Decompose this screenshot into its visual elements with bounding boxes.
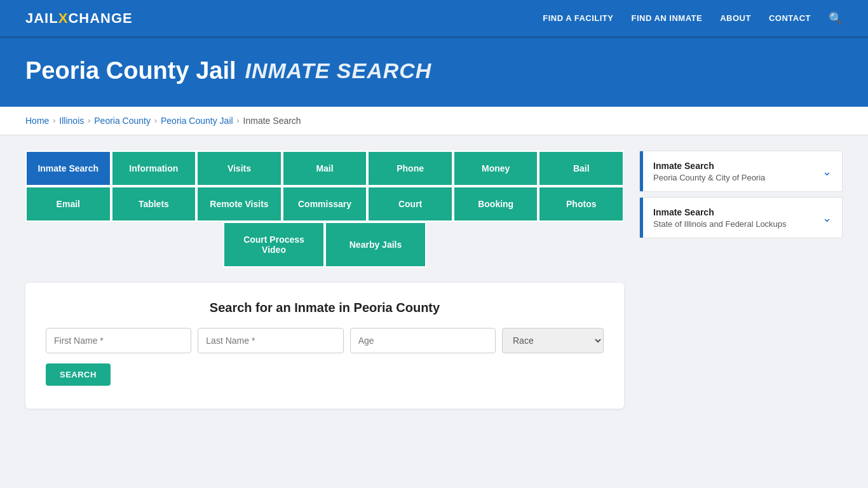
nav-btn-remote-visits[interactable]: Remote Visits: [196, 186, 282, 222]
nav-find-facility[interactable]: FIND A FACILITY: [543, 13, 613, 23]
main-nav: FIND A FACILITY FIND AN INMATE ABOUT CON…: [543, 11, 843, 25]
logo[interactable]: JAIL XCHANGE: [25, 10, 133, 27]
logo-jail-text: JAIL: [25, 10, 58, 27]
sidebar-card-2-title: Inmate Search: [653, 207, 787, 218]
nav-btn-visits[interactable]: Visits: [196, 151, 282, 186]
breadcrumb-sep-4: ›: [237, 116, 240, 125]
logo-exchange-text: XCHANGE: [58, 10, 133, 27]
sidebar-card-1: Inmate Search Peoria County & City of Pe…: [639, 151, 843, 192]
nav-btn-row-2: Email Tablets Remote Visits Commissary C…: [25, 186, 624, 222]
breadcrumb-peoria-county-jail[interactable]: Peoria County Jail: [161, 116, 233, 126]
breadcrumb-bar: Home › Illinois › Peoria County › Peoria…: [0, 107, 868, 135]
nav-btn-photos[interactable]: Photos: [538, 186, 624, 222]
sidebar-card-1-subtitle: Peoria County & City of Peoria: [653, 173, 765, 182]
left-column: Inmate Search Information Visits Mail Ph…: [25, 151, 624, 409]
nav-btn-phone[interactable]: Phone: [367, 151, 453, 186]
nav-btn-mail[interactable]: Mail: [282, 151, 368, 186]
search-box-title: Search for an Inmate in Peoria County: [46, 301, 604, 315]
search-submit-button[interactable]: SEARCH: [46, 363, 111, 386]
breadcrumb-peoria-county[interactable]: Peoria County: [94, 116, 151, 126]
site-header: JAIL XCHANGE FIND A FACILITY FIND AN INM…: [0, 0, 868, 38]
race-select[interactable]: Race White Black Hispanic Asian Other: [502, 328, 604, 353]
nav-btn-inmate-search[interactable]: Inmate Search: [25, 151, 111, 186]
breadcrumb-sep-1: ›: [53, 116, 55, 125]
nav-find-inmate[interactable]: FIND AN INMATE: [631, 13, 702, 23]
breadcrumb-illinois[interactable]: Illinois: [59, 116, 84, 126]
sidebar-card-2-header[interactable]: Inmate Search State of Illinois and Fede…: [640, 198, 842, 238]
breadcrumb: Home › Illinois › Peoria County › Peoria…: [25, 116, 843, 126]
sidebar-card-2-text: Inmate Search State of Illinois and Fede…: [653, 207, 787, 229]
breadcrumb-current: Inmate Search: [243, 116, 301, 126]
nav-btn-bail[interactable]: Bail: [538, 151, 624, 186]
chevron-down-icon-1: ⌄: [822, 165, 832, 179]
sidebar-card-2-subtitle: State of Illinois and Federal Lockups: [653, 219, 787, 229]
search-fields: Race White Black Hispanic Asian Other: [46, 328, 604, 353]
breadcrumb-home[interactable]: Home: [25, 116, 49, 126]
chevron-down-icon-2: ⌄: [822, 211, 832, 225]
page-title: Peoria County Jail INMATE SEARCH: [25, 57, 843, 85]
nav-btn-commissary[interactable]: Commissary: [282, 186, 368, 222]
hero-banner: Peoria County Jail INMATE SEARCH: [0, 38, 868, 107]
logo-x-letter: X: [58, 10, 69, 26]
right-sidebar: Inmate Search Peoria County & City of Pe…: [639, 151, 843, 243]
first-name-input[interactable]: [46, 328, 191, 353]
nav-contact[interactable]: CONTACT: [769, 13, 811, 23]
header-search-icon[interactable]: 🔍: [829, 11, 843, 25]
nav-btn-money[interactable]: Money: [453, 151, 539, 186]
nav-btn-booking[interactable]: Booking: [453, 186, 539, 222]
hero-title-subtitle: INMATE SEARCH: [245, 58, 432, 83]
hero-title-main: Peoria County Jail: [25, 57, 236, 85]
nav-about[interactable]: ABOUT: [720, 13, 751, 23]
sidebar-card-1-title: Inmate Search: [653, 160, 765, 172]
sidebar-card-2: Inmate Search State of Illinois and Fede…: [639, 197, 843, 238]
inmate-search-box: Search for an Inmate in Peoria County Ra…: [25, 283, 624, 409]
age-input[interactable]: [350, 328, 496, 353]
nav-btn-information[interactable]: Information: [111, 151, 197, 186]
nav-btn-email[interactable]: Email: [25, 186, 111, 222]
sidebar-card-1-text: Inmate Search Peoria County & City of Pe…: [653, 160, 765, 182]
nav-btn-nearby-jails[interactable]: Nearby Jails: [325, 222, 426, 268]
nav-button-grid: Inmate Search Information Visits Mail Ph…: [25, 151, 624, 268]
sidebar-card-1-header[interactable]: Inmate Search Peoria County & City of Pe…: [640, 151, 842, 191]
breadcrumb-sep-3: ›: [154, 116, 157, 125]
nav-btn-court[interactable]: Court: [367, 186, 453, 222]
nav-btn-court-process-video[interactable]: Court Process Video: [223, 222, 325, 268]
nav-btn-row-3: Court Process Video Nearby Jails: [25, 222, 624, 268]
breadcrumb-sep-2: ›: [88, 116, 90, 125]
nav-btn-tablets[interactable]: Tablets: [111, 186, 197, 222]
main-content: Inmate Search Information Visits Mail Ph…: [0, 135, 868, 424]
nav-btn-row-1: Inmate Search Information Visits Mail Ph…: [25, 151, 624, 186]
last-name-input[interactable]: [198, 328, 343, 353]
